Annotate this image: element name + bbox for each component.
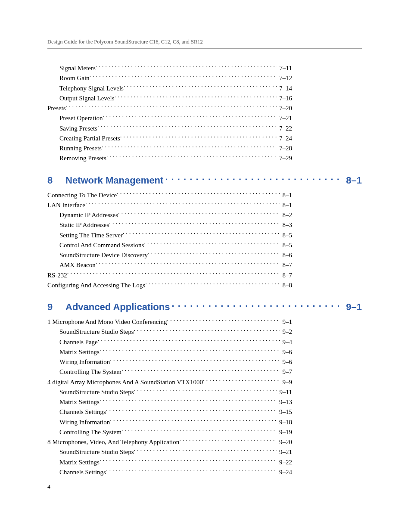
toc-entry[interactable]: Setting The Time Server 8–5 (47, 230, 292, 240)
toc-entry[interactable]: Running Presets 7–28 (47, 143, 292, 153)
toc-leader (115, 94, 277, 100)
toc-entry-page: 9–19 (277, 427, 292, 437)
toc-entry[interactable]: SoundStructure Device Discovery 8–6 (47, 250, 292, 260)
toc-entry-page: 8–7 (280, 271, 293, 280)
toc-entry-label: Preset Operation (59, 113, 103, 123)
toc-entry[interactable]: Presets 7–20 (47, 103, 292, 113)
toc-entry[interactable]: SoundStructure Studio Steps 9–11 (47, 387, 292, 397)
toc-entry[interactable]: Channels Page 9–4 (47, 337, 292, 347)
toc-leader (100, 398, 277, 404)
toc-entry-page: 7–29 (277, 153, 292, 163)
toc-entry-page: 9–20 (277, 437, 292, 447)
toc-leader (120, 134, 277, 140)
toc-entry[interactable]: Control And Command Sessions 8–5 (47, 240, 292, 250)
toc-leader (66, 104, 277, 110)
toc-leader (85, 201, 280, 207)
toc-chapter-title: Network Management (65, 175, 165, 186)
toc-entry[interactable]: Dynamic IP Addresses 8–2 (47, 210, 292, 220)
toc-entry-page: 9–11 (277, 387, 292, 397)
toc-entry[interactable]: RS-232 8–7 (47, 271, 292, 280)
table-of-contents: Signal Meters 7–11Room Gain 7–12Telephon… (47, 63, 362, 477)
toc-leader (110, 358, 280, 364)
toc-entry[interactable]: Controlling The System 9–7 (47, 367, 292, 377)
toc-entry[interactable]: Channels Settings 9–15 (47, 407, 292, 417)
toc-leader (118, 211, 280, 217)
toc-chapter-page: 9–1 (343, 302, 362, 313)
toc-entry-label: Connecting To The Device (47, 190, 117, 200)
toc-section: 1 Microphone And Mono Video Conferencing… (47, 317, 292, 477)
toc-entry[interactable]: Wiring Information 9–6 (47, 357, 292, 367)
toc-entry[interactable]: Configuring And Accessing The Logs 8–8 (47, 280, 292, 290)
toc-entry[interactable]: Removing Presets 7–29 (47, 153, 292, 163)
toc-entry[interactable]: 1 Microphone And Mono Video Conferencing… (47, 317, 292, 327)
toc-entry-page: 8–7 (280, 260, 293, 270)
toc-chapter-heading[interactable]: 8Network Management 8–1 (47, 175, 362, 186)
toc-entry[interactable]: Matrix Settings 9–13 (47, 397, 292, 407)
toc-entry-label: SoundStructure Studio Steps (59, 387, 134, 397)
toc-entry-page: 7–22 (277, 124, 292, 134)
toc-entry[interactable]: Saving Presets 7–22 (47, 124, 292, 134)
toc-leader (165, 177, 343, 184)
toc-entry-page: 7–21 (277, 113, 292, 123)
toc-entry[interactable]: Controlling The System 9–19 (47, 427, 292, 437)
toc-entry[interactable]: SoundStructure Studio Steps 9–2 (47, 327, 292, 337)
toc-leader (121, 428, 277, 434)
toc-entry-page: 8–3 (280, 220, 293, 230)
toc-entry-page: 7–14 (277, 84, 292, 93)
toc-entry-label: Matrix Settings (59, 397, 100, 407)
toc-chapter-heading[interactable]: 9Advanced Applications 9–1 (47, 302, 362, 313)
toc-entry[interactable]: Preset Operation 7–21 (47, 113, 292, 123)
toc-entry-page: 9–22 (277, 457, 292, 467)
toc-entry[interactable]: Signal Meters 7–11 (47, 63, 292, 73)
toc-leader (106, 468, 277, 474)
toc-leader (121, 367, 280, 374)
toc-entry[interactable]: Matrix Settings 9–6 (47, 347, 292, 357)
toc-entry-page: 7–12 (277, 73, 292, 83)
toc-entry[interactable]: Connecting To The Device 8–1 (47, 190, 292, 200)
toc-entry-label: Control And Command Sessions (59, 240, 144, 250)
toc-leader (171, 303, 343, 310)
toc-leader (109, 221, 280, 227)
toc-entry[interactable]: 4 digital Array Microphones And A SoundS… (47, 377, 292, 387)
toc-entry-label: 4 digital Array Microphones And A SoundS… (47, 377, 203, 387)
toc-leader (67, 271, 280, 277)
toc-leader (102, 144, 277, 150)
toc-entry-label: Setting The Time Server (59, 230, 123, 240)
page-number: 4 (47, 483, 50, 490)
toc-leader (123, 231, 280, 237)
toc-entry[interactable]: LAN Interface 8–1 (47, 200, 292, 210)
toc-entry-page: 8–2 (280, 210, 293, 220)
toc-entry-label: Creating Partial Presets (59, 134, 120, 143)
toc-entry[interactable]: Static IP Addresses 8–3 (47, 220, 292, 230)
toc-entry-page: 8–8 (280, 280, 293, 290)
toc-entry-label: Static IP Addresses (59, 220, 109, 230)
toc-entry[interactable]: AMX Beacon 8–7 (47, 260, 292, 270)
toc-chapter-number: 9 (47, 302, 65, 313)
toc-leader (203, 378, 280, 384)
toc-entry[interactable]: Creating Partial Presets 7–24 (47, 134, 292, 143)
toc-leader (144, 241, 280, 247)
toc-entry[interactable]: Telephony Signal Levels 7–14 (47, 84, 292, 93)
toc-entry[interactable]: Room Gain 7–12 (47, 73, 292, 83)
toc-entry[interactable]: Matrix Settings 9–22 (47, 457, 292, 467)
toc-chapter-page: 8–1 (343, 175, 362, 186)
toc-entry[interactable]: Output Signal Levels 7–16 (47, 93, 292, 103)
toc-leader (134, 327, 280, 334)
toc-entry-page: 8–5 (280, 230, 293, 240)
toc-leader (134, 388, 277, 394)
toc-leader (100, 348, 280, 354)
toc-leader (179, 438, 277, 444)
toc-entry[interactable]: 8 Microphones, Video, And Telephony Appl… (47, 437, 292, 447)
toc-entry-page: 9–6 (280, 357, 293, 367)
toc-entry[interactable]: SoundStructure Studio Steps 9–21 (47, 447, 292, 457)
toc-entry-page: 7–24 (277, 134, 292, 143)
toc-entry-page: 9–9 (280, 377, 293, 387)
toc-entry-page: 7–16 (277, 93, 292, 103)
toc-entry-label: 8 Microphones, Video, And Telephony Appl… (47, 437, 179, 447)
toc-entry-label: Wiring Information (59, 417, 110, 427)
toc-leader (124, 84, 277, 90)
toc-leader (96, 64, 277, 70)
toc-entry[interactable]: Channels Settings 9–24 (47, 467, 292, 477)
toc-chapter-title: Advanced Applications (65, 302, 171, 313)
toc-entry[interactable]: Wiring Information 9–18 (47, 417, 292, 427)
